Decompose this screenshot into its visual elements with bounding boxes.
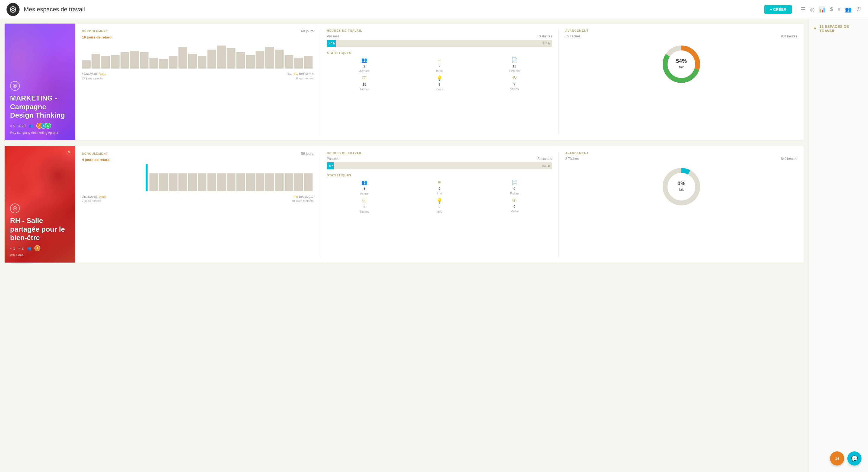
stats-label: STATISTIQUES [327, 51, 552, 55]
avancement-top: 15 Tâches 984 heures [565, 34, 797, 38]
veilles-value: 0 [514, 205, 516, 209]
users-icon[interactable]: 👥 [845, 6, 852, 13]
stat-infos: ≡ 0 Info [402, 180, 477, 195]
svg-rect-15 [150, 58, 158, 69]
stat-fichiers: 📄 18 Fichiers [477, 57, 552, 73]
chevron-left-icon[interactable]: ❮ [4, 78, 5, 86]
chat-button[interactable]: 💬 [847, 451, 862, 466]
acteurs-value: 1 [364, 187, 365, 191]
users-icon-small: 👥 [27, 246, 31, 250]
idees-value: 0 [438, 205, 440, 209]
svg-rect-14 [140, 52, 149, 69]
days-info: 7 jours passés 49 jours restants [82, 199, 314, 202]
acteurs-icon: 👥 [361, 180, 367, 186]
circle-count: ○ 1 [10, 246, 15, 250]
avatar-group: A B C [36, 123, 51, 129]
filter-label[interactable]: ▼ 13 ESPACES DE TRAVAIL [813, 24, 864, 33]
date-row: 21/11/2016 Début Fin 16/01/2017 [82, 195, 314, 198]
svg-rect-29 [284, 55, 293, 69]
deroulement-label: DÉROULEMENT [82, 30, 108, 33]
svg-rect-24 [236, 52, 245, 69]
clock-icon[interactable]: ⏱ [856, 6, 862, 12]
workspace-meta: ○ 1 ≡ 2 👥 A [10, 245, 70, 251]
avancement-header: AVANCEMENT [565, 151, 797, 155]
avancement-top: 2 Tâches 840 heures [565, 157, 797, 161]
circle-icon: ○ [10, 246, 12, 250]
idees-name: Idées [436, 88, 443, 91]
workspace-details: DÉROULEMENT 56 jours 4 jours de retard [75, 146, 804, 263]
idees-value: 3 [438, 82, 440, 87]
list-count: ≡ 29 [19, 124, 26, 128]
retard-number: 4 [82, 158, 84, 162]
app-logo[interactable] [6, 3, 20, 16]
chart-icon[interactable]: 📊 [819, 6, 826, 13]
section-deroulement: DÉROULEMENT 56 jours 4 jours de retard [82, 151, 320, 257]
workspace-title: MARKETING - Campagne Design Thinking [10, 94, 70, 120]
svg-rect-23 [227, 48, 236, 69]
idees-name: Idée [436, 210, 442, 213]
workspace-meta: ○ 9 ≡ 29 👥 A B C [10, 123, 70, 129]
notifications-button[interactable]: 14 [830, 451, 844, 466]
circle-icon: ○ [10, 124, 12, 128]
deroulement-header: DÉROULEMENT 60 jours [82, 29, 314, 33]
svg-text:fait: fait [679, 188, 684, 192]
section-avancement: AVANCEMENT 15 Tâches 984 heures [559, 29, 797, 135]
list-icon[interactable]: ≡ [837, 6, 841, 12]
idees-icon: 💡 [436, 75, 442, 81]
svg-point-37 [13, 207, 17, 210]
chart-svg [82, 164, 314, 191]
donut-chart: 54% fait [565, 42, 797, 86]
heures-bar: 40 h 944 h [327, 40, 552, 47]
page-title: Mes espaces de travail [24, 6, 764, 13]
donut-chart: 0% fait [565, 165, 797, 208]
workspace-card: ❮ 3 RH - Salle partagée pour le bien-êtr… [4, 146, 804, 263]
chart-svg [82, 41, 314, 69]
fichiers-icon: 📄 [512, 57, 518, 63]
bottom-right-actions: 14 💬 [830, 451, 862, 466]
svg-rect-25 [246, 55, 255, 69]
donut-svg: 0% fait [660, 165, 703, 208]
svg-rect-61 [284, 173, 293, 191]
svg-rect-9 [92, 54, 100, 69]
taches-value: 2 [364, 205, 365, 209]
create-button[interactable]: + CRÉER [764, 5, 792, 14]
svg-rect-62 [294, 173, 303, 191]
stats-grid: 👥 2 Acteurs ≡ 2 Infos 📄 18 Fichier [327, 57, 552, 91]
svg-rect-54 [217, 173, 226, 191]
workspace-thumbnail[interactable]: MARKETING - Campagne Design Thinking ○ 9… [5, 24, 75, 140]
heures-label: HEURES DE TRAVAIL [327, 151, 362, 155]
svg-rect-11 [111, 55, 120, 69]
header: Mes espaces de travail + CRÉER ☰ ◎ 📊 $ ≡… [0, 0, 868, 19]
taches-value: 15 [362, 82, 366, 87]
acteurs-name: Acteur [360, 192, 369, 195]
thumbnail-content: MARKETING - Campagne Design Thinking ○ 9… [10, 81, 70, 135]
list-icon-small: ≡ [19, 246, 21, 250]
svg-text:54%: 54% [676, 58, 686, 64]
stat-acteurs: 👥 1 Acteur [327, 180, 402, 195]
fichiers-icon: 📄 [512, 180, 518, 186]
svg-rect-30 [294, 58, 303, 69]
heures-fill: 8 h [327, 162, 334, 169]
menu-icon[interactable]: ☰ [801, 6, 806, 13]
workspace-thumbnail[interactable]: 3 RH - Salle partagée pour le bien-être … [5, 146, 75, 263]
chevron-left-icon[interactable]: ❮ [4, 201, 5, 208]
avatar-group: A [34, 245, 40, 251]
workspace-badge: 3 [66, 149, 72, 155]
svg-rect-17 [169, 56, 177, 69]
svg-rect-56 [236, 173, 245, 191]
fichiers-value: 0 [514, 187, 516, 191]
svg-text:0%: 0% [677, 180, 685, 187]
deroulement-days: 60 jours [301, 29, 314, 33]
dollar-icon[interactable]: $ [830, 6, 833, 12]
stat-acteurs: 👥 2 Acteurs [327, 57, 402, 73]
svg-rect-13 [130, 51, 139, 69]
svg-rect-27 [265, 47, 274, 69]
svg-rect-55 [227, 173, 236, 191]
svg-rect-19 [188, 54, 197, 69]
heures-labels: Passées Restantes [327, 34, 552, 38]
target-icon[interactable]: ◎ [810, 6, 814, 13]
svg-rect-58 [256, 173, 265, 191]
workspace-details: DÉROULEMENT 60 jours 19 jours de retard [75, 24, 804, 140]
svg-rect-18 [179, 47, 187, 69]
circle-count: ○ 9 [10, 124, 15, 128]
